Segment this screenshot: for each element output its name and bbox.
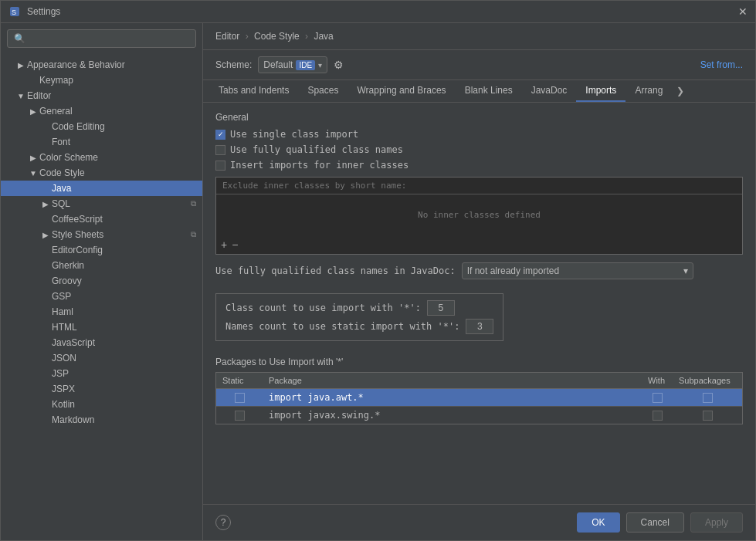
subpackages-checkbox-1[interactable]: [703, 393, 713, 403]
sidebar-item-editorconfig[interactable]: ▶ EditorConfig: [1, 242, 202, 258]
checkbox-qualified-names-label: Use fully qualified class names: [230, 144, 403, 155]
sidebar-item-label: JavaScript: [52, 337, 95, 348]
static-count-label: Names count to use static import with '*…: [225, 321, 459, 332]
static-checkbox-2[interactable]: [235, 411, 245, 421]
add-exclude-button[interactable]: +: [221, 238, 227, 251]
remove-exclude-button[interactable]: −: [232, 238, 238, 251]
sidebar-item-font[interactable]: ▶ Font: [1, 134, 202, 150]
sidebar-item-haml[interactable]: ▶ Haml: [1, 304, 202, 320]
help-button[interactable]: ?: [215, 515, 231, 530]
td-static-1: [216, 390, 263, 406]
static-checkbox-1[interactable]: [235, 393, 245, 403]
sidebar-item-editor[interactable]: ▼ Editor: [1, 88, 202, 103]
sidebar-item-color-scheme[interactable]: ▶ Color Scheme: [1, 150, 202, 165]
breadcrumb-arrow: ›: [246, 31, 249, 42]
checkbox-insert-imports[interactable]: Insert imports for inner classes: [215, 160, 743, 171]
scheme-name: Default: [263, 59, 293, 70]
sidebar-item-markdown[interactable]: ▶ Markdown: [1, 412, 202, 428]
table-row[interactable]: import javax.swing.*: [216, 407, 742, 424]
sidebar-item-kotlin[interactable]: ▶ Kotlin: [1, 397, 202, 412]
qualified-dropdown[interactable]: If not already imported ▾: [462, 262, 693, 279]
sidebar-item-json[interactable]: ▶ JSON: [1, 350, 202, 366]
sidebar-item-groovy[interactable]: ▶ Groovy: [1, 273, 202, 289]
tabs-bar: Tabs and Indents Spaces Wrapping and Bra…: [203, 80, 755, 103]
static-count-input[interactable]: [466, 319, 493, 334]
sidebar-item-code-editing[interactable]: ▶ Code Editing: [1, 119, 202, 134]
packages-table: Static Package With Subpackages import j…: [215, 372, 743, 424]
app-icon: S: [8, 5, 21, 18]
checkbox-insert-imports-box[interactable]: [215, 161, 225, 171]
th-package: Package: [263, 373, 642, 388]
tab-arrange[interactable]: Arrang: [625, 80, 672, 102]
sidebar-item-label: JSPX: [52, 384, 75, 394]
class-count-row: Class count to use import with '*':: [225, 300, 493, 316]
gear-button[interactable]: ⚙: [334, 59, 344, 71]
scheme-dropdown[interactable]: Default IDE ▾: [258, 56, 327, 73]
breadcrumb-arrow: ›: [305, 31, 308, 42]
sidebar-item-javascript[interactable]: ▶ JavaScript: [1, 335, 202, 350]
copy-icon: ⧉: [191, 230, 196, 239]
sidebar-item-code-style[interactable]: ▼ Code Style: [1, 165, 202, 181]
class-count-input[interactable]: [427, 300, 455, 316]
exclude-buttons: + −: [216, 235, 742, 254]
arrow-icon: ▶: [16, 60, 25, 69]
qualified-value: If not already imported: [467, 265, 559, 276]
no-items-text: No inner classes defined: [216, 194, 742, 235]
set-from-link[interactable]: Set from...: [700, 59, 743, 70]
checkbox-single-import[interactable]: Use single class import: [215, 129, 743, 140]
sidebar-item-html[interactable]: ▶ HTML: [1, 320, 202, 335]
table-row[interactable]: import java.awt.*: [216, 389, 742, 407]
with-checkbox-1[interactable]: [653, 393, 663, 403]
ok-button[interactable]: OK: [577, 512, 619, 533]
sidebar-item-sql[interactable]: ▶ SQL ⧉: [1, 196, 202, 211]
checkbox-single-import-box[interactable]: [215, 130, 225, 140]
sidebar-item-style-sheets[interactable]: ▶ Style Sheets ⧉: [1, 227, 202, 242]
tabs-more-button[interactable]: ❯: [672, 83, 689, 100]
sidebar-item-jsp[interactable]: ▶ JSP: [1, 366, 202, 381]
tab-wrapping[interactable]: Wrapping and Braces: [347, 80, 455, 102]
exclude-box: No inner classes defined + −: [215, 177, 743, 255]
sidebar: ▶ Appearance & Behavior ▶ Keymap ▼ Edito…: [1, 23, 203, 540]
sidebar-item-jspx[interactable]: ▶ JSPX: [1, 381, 202, 397]
tab-tabs-and-indents[interactable]: Tabs and Indents: [209, 80, 298, 102]
settings-window: S Settings ✕ ▶ Appearance & Behavior ▶ K…: [0, 0, 756, 541]
checkbox-qualified-names[interactable]: Use fully qualified class names: [215, 144, 743, 155]
tab-javadoc[interactable]: JavaDoc: [522, 80, 577, 102]
cancel-button[interactable]: Cancel: [626, 512, 684, 533]
sidebar-item-label: Gherkin: [52, 260, 84, 271]
static-count-row: Names count to use static import with '*…: [225, 319, 493, 334]
td-subpackages-1: [673, 390, 742, 406]
checkbox-insert-imports-label: Insert imports for inner classes: [230, 160, 409, 171]
tab-blank-lines[interactable]: Blank Lines: [456, 80, 522, 102]
sidebar-item-label: Markdown: [52, 414, 94, 425]
td-with-2: [642, 407, 673, 424]
sidebar-item-label: Color Scheme: [39, 152, 98, 163]
sidebar-item-gsp[interactable]: ▶ GSP: [1, 289, 202, 304]
tab-imports[interactable]: Imports: [576, 80, 625, 102]
checkbox-qualified-names-box[interactable]: [215, 145, 225, 155]
th-with: With: [642, 373, 673, 388]
window-title: Settings: [27, 6, 732, 17]
sidebar-item-appearance[interactable]: ▶ Appearance & Behavior: [1, 57, 202, 73]
sidebar-item-label: Groovy: [52, 276, 82, 286]
subpackages-checkbox-2[interactable]: [703, 411, 713, 421]
close-button[interactable]: ✕: [738, 5, 748, 18]
search-input[interactable]: [7, 29, 196, 48]
sidebar-item-label: HTML: [52, 322, 77, 333]
td-package-2: import javax.swing.*: [263, 407, 642, 424]
with-checkbox-2[interactable]: [653, 411, 663, 421]
tab-spaces[interactable]: Spaces: [298, 80, 347, 102]
apply-button[interactable]: Apply: [690, 512, 743, 533]
sidebar-item-gherkin[interactable]: ▶ Gherkin: [1, 258, 202, 273]
sidebar-item-java[interactable]: ▶ Java: [1, 181, 202, 196]
qualified-row: Use fully qualified class names in JavaD…: [215, 262, 743, 279]
sidebar-item-label: GSP: [52, 291, 71, 302]
general-section-title: General: [215, 112, 743, 123]
sidebar-item-label: Java: [52, 183, 71, 194]
sidebar-item-label: Appearance & Behavior: [27, 59, 125, 70]
exclude-input[interactable]: [216, 178, 742, 194]
sidebar-item-general[interactable]: ▶ General: [1, 103, 202, 119]
sidebar-item-coffeescript[interactable]: ▶ CoffeeScript: [1, 211, 202, 227]
td-package-1: import java.awt.*: [263, 389, 642, 406]
sidebar-item-keymap[interactable]: ▶ Keymap: [1, 73, 202, 88]
